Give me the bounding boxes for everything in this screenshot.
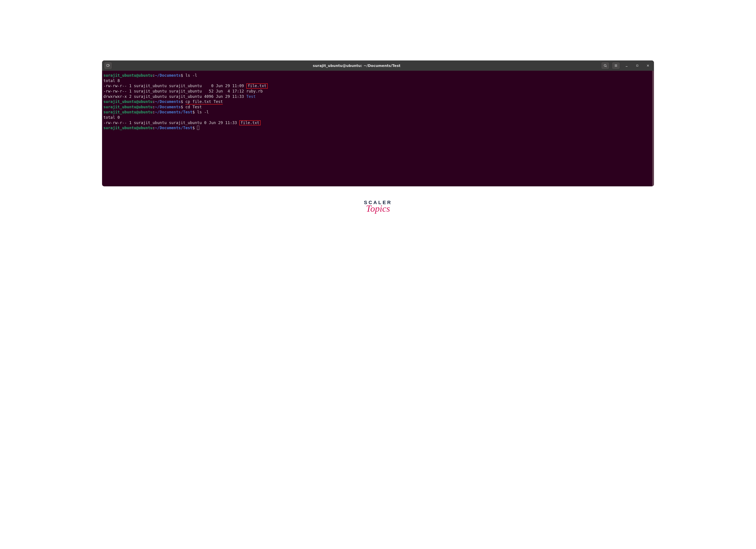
terminal-line: surajit_ubuntu@ubuntu:~/Documents$ ls -l: [103, 73, 651, 78]
terminal-line: surajit_ubuntu@ubuntu:~/Documents/Test$ …: [103, 110, 651, 115]
output-text: -rw-rw-r-- 1 surajit_ubuntu surajit_ubun…: [103, 89, 263, 93]
prompt-dollar: $: [181, 73, 183, 78]
svg-line-4: [606, 66, 607, 67]
prompt-colon: :: [153, 110, 155, 114]
prompt-cwd: ~/Documents: [155, 99, 181, 104]
prompt-cwd: ~/Documents: [155, 73, 181, 78]
output-text: -rw-rw-r-- 1 surajit_ubuntu surajit_ubun…: [103, 84, 246, 88]
output-text: -rw-rw-r-- 1 surajit_ubuntu surajit_ubun…: [103, 121, 239, 125]
highlighted-command: cp file.txt Test: [185, 99, 223, 105]
brand-topics-text: Topics: [364, 203, 392, 214]
minimize-button[interactable]: [622, 62, 631, 69]
prompt-colon: :: [153, 105, 155, 109]
terminal-line: surajit_ubuntu@ubuntu:~/Documents$ cd Te…: [103, 105, 651, 110]
prompt-dollar: $: [181, 105, 183, 109]
search-button[interactable]: [601, 62, 609, 69]
cursor-icon: [197, 126, 199, 130]
prompt-user: surajit_ubuntu@ubuntu: [103, 73, 153, 78]
terminal-line: -rw-rw-r-- 1 surajit_ubuntu surajit_ubun…: [103, 120, 651, 126]
branding-logo: SCALER Topics: [364, 200, 392, 214]
titlebar: surajit_ubuntu@ubuntu: ~/Documents/Test: [102, 60, 654, 71]
command-text: [195, 126, 197, 130]
new-tab-button[interactable]: [104, 62, 112, 69]
command-text: cd Test: [183, 105, 202, 109]
terminal-line: -rw-rw-r-- 1 surajit_ubuntu surajit_ubun…: [103, 83, 651, 89]
terminal-line: total 8: [103, 78, 651, 84]
command-text: [183, 99, 185, 104]
terminal-line: total 0: [103, 115, 651, 120]
command-text: ls -l: [183, 73, 197, 78]
terminal-body[interactable]: surajit_ubuntu@ubuntu:~/Documents$ ls -l…: [102, 71, 654, 186]
output-text: drwxrwxr-x 2 surajit_ubuntu surajit_ubun…: [103, 94, 246, 99]
hamburger-menu-button[interactable]: [612, 62, 620, 69]
prompt-cwd: ~/Documents: [155, 105, 181, 109]
terminal-line: drwxrwxr-x 2 surajit_ubuntu surajit_ubun…: [103, 94, 651, 99]
prompt-user: surajit_ubuntu@ubuntu: [103, 126, 153, 130]
highlighted-filename: file.txt: [246, 83, 268, 88]
terminal-line: -rw-rw-r-- 1 surajit_ubuntu surajit_ubun…: [103, 89, 651, 94]
close-button[interactable]: [644, 62, 652, 69]
terminal-line: surajit_ubuntu@ubuntu:~/Documents/Test$: [103, 125, 651, 131]
maximize-button[interactable]: [633, 62, 641, 69]
prompt-dollar: $: [192, 126, 195, 130]
prompt-cwd: ~/Documents/Test: [155, 110, 193, 114]
svg-point-3: [604, 64, 606, 66]
prompt-colon: :: [153, 99, 155, 104]
output-text: total 0: [103, 115, 120, 120]
command-text: ls -l: [195, 110, 209, 114]
prompt-dollar: $: [192, 110, 195, 114]
terminal-window: surajit_ubuntu@ubuntu: ~/Documents/Test: [102, 60, 654, 186]
terminal-line: surajit_ubuntu@ubuntu:~/Documents$ cp fi…: [103, 99, 651, 105]
prompt-user: surajit_ubuntu@ubuntu: [103, 105, 153, 109]
svg-rect-9: [637, 65, 638, 66]
prompt-cwd: ~/Documents/Test: [155, 126, 193, 130]
prompt-user: surajit_ubuntu@ubuntu: [103, 99, 153, 104]
directory-name: Test: [246, 94, 256, 99]
prompt-dollar: $: [181, 99, 183, 104]
highlighted-filename: file.txt: [239, 120, 261, 125]
prompt-colon: :: [153, 126, 155, 130]
prompt-colon: :: [153, 73, 155, 78]
output-text: total 8: [103, 78, 120, 83]
prompt-user: surajit_ubuntu@ubuntu: [103, 110, 153, 114]
window-title: surajit_ubuntu@ubuntu: ~/Documents/Test: [115, 64, 599, 68]
